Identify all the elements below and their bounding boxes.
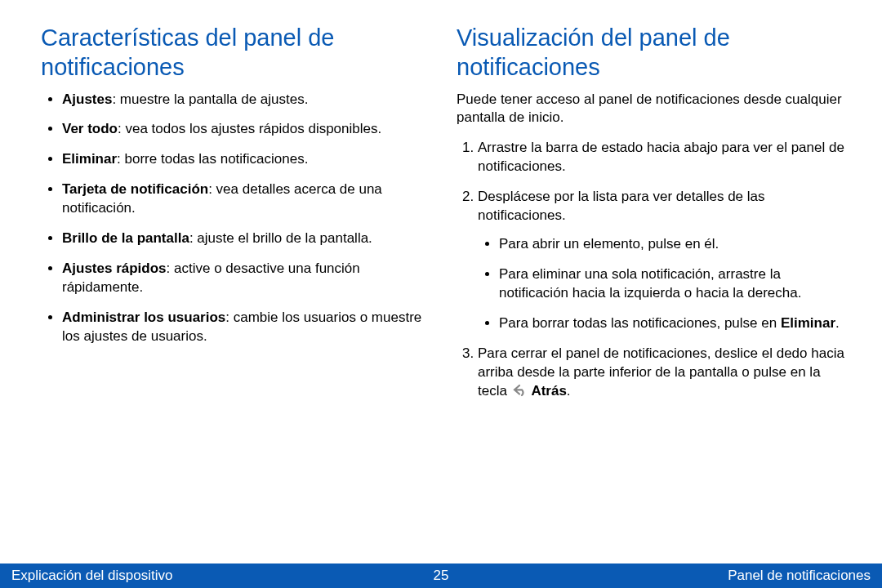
step-item: Para cerrar el panel de notificaciones, … (478, 345, 849, 403)
list-item: Ajustes rápidos: active o desactive una … (62, 260, 434, 297)
step-text: Desplácese por la lista para ver detalle… (478, 189, 765, 223)
footer-right: Panel de notificaciones (728, 568, 871, 584)
step-text-post: . (567, 383, 571, 399)
sub-list: Para abrir un elemento, pulse en él. Par… (478, 235, 849, 333)
two-columns: Características del panel de notificacio… (0, 0, 882, 415)
desc: : muestre la pantalla de ajustes. (112, 91, 308, 107)
step-item: Arrastre la barra de estado hacia abajo … (478, 139, 849, 176)
sub-item: Para eliminar una sola notificación, arr… (499, 265, 849, 303)
list-item: Eliminar: borre todas las notificaciones… (62, 150, 434, 169)
term: Tarjeta de notificación (62, 181, 208, 197)
sub-text: Para borrar todas las notificaciones, pu… (499, 315, 781, 331)
eliminar-bold: Eliminar (781, 315, 835, 331)
manual-page: Características del panel de notificacio… (0, 0, 882, 588)
term: Eliminar (62, 151, 117, 167)
back-icon (511, 383, 528, 403)
list-item: Ver todo: vea todos los ajustes rápidos … (62, 120, 434, 139)
term: Ajustes rápidos (62, 261, 167, 276)
list-item: Tarjeta de notificación: vea detalles ac… (62, 180, 434, 218)
desc: : vea todos los ajustes rápidos disponib… (118, 121, 381, 136)
right-column: Visualización del panel de notificacione… (457, 23, 849, 415)
lead-paragraph: Puede tener acceso al panel de notificac… (457, 91, 849, 128)
term: Brillo de la pantalla (62, 230, 189, 246)
footer-bar: Explicación del dispositivo 25 Panel de … (0, 564, 882, 588)
steps-list: Arrastre la barra de estado hacia abajo … (457, 139, 849, 403)
footer-left: Explicación del dispositivo (11, 568, 173, 584)
right-heading: Visualización del panel de notificacione… (457, 23, 849, 82)
left-column: Características del panel de notificacio… (41, 23, 434, 415)
list-item: Administrar los usuarios: cambie los usu… (62, 309, 434, 346)
atras-bold: Atrás (531, 383, 566, 399)
features-list: Ajustes: muestre la pantalla de ajustes.… (41, 91, 434, 346)
sub-item: Para abrir un elemento, pulse en él. (499, 235, 849, 254)
list-item: Brillo de la pantalla: ajuste el brillo … (62, 229, 434, 248)
desc: : ajuste el brillo de la pantalla. (189, 230, 372, 246)
sub-text-post: . (835, 315, 840, 331)
term: Administrar los usuarios (62, 310, 225, 325)
left-heading: Características del panel de notificacio… (41, 23, 434, 82)
term: Ver todo (62, 121, 118, 136)
sub-item: Para borrar todas las notificaciones, pu… (499, 314, 849, 333)
term: Ajustes (62, 91, 112, 107)
desc: : borre todas las notificaciones. (117, 151, 308, 167)
step-item: Desplácese por la lista para ver detalle… (478, 188, 849, 333)
list-item: Ajustes: muestre la pantalla de ajustes. (62, 91, 434, 109)
